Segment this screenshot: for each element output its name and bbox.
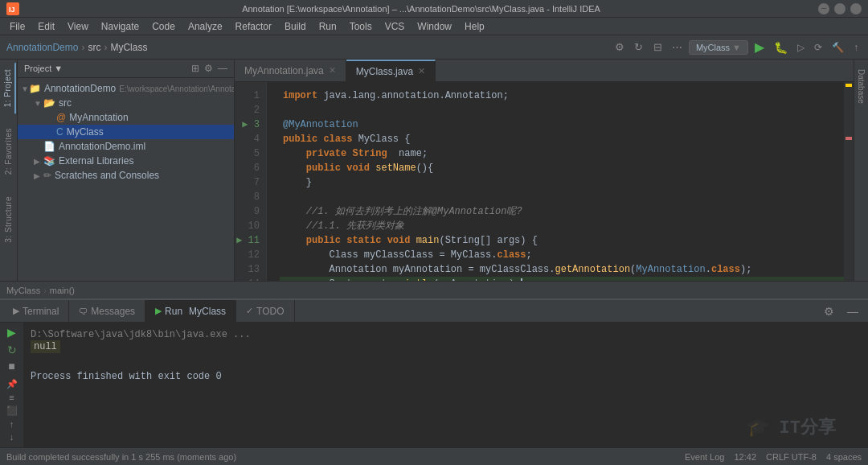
- menu-help[interactable]: Help: [458, 19, 491, 34]
- bottom-tab-run[interactable]: ▶ Run MyClass: [145, 300, 236, 322]
- statusbar: Build completed successfully in 1 s 255 …: [0, 447, 868, 465]
- settings-icon[interactable]: ⚙: [612, 39, 628, 56]
- run-rerun-button[interactable]: ↻: [7, 344, 17, 356]
- project-sync-icon[interactable]: ⊞: [191, 63, 199, 74]
- menubar: File Edit View Navigate Code Analyze Ref…: [0, 18, 868, 35]
- right-panel-tabs: Database: [854, 60, 868, 281]
- run-label: Run: [165, 306, 182, 317]
- run-filter-icon[interactable]: ≡: [9, 393, 14, 402]
- run-pin-button[interactable]: 📌: [6, 379, 18, 389]
- run-button[interactable]: ▶: [751, 38, 768, 56]
- run-result-box: null: [31, 340, 60, 353]
- run-config-selector[interactable]: MyClass ▼: [689, 40, 748, 55]
- menu-view[interactable]: View: [61, 19, 95, 34]
- line-numbers: 1 2 ▶ 3 4 5 6 7 8 9 10 ▶ 11 12 13 14 15 …: [235, 82, 267, 281]
- tab-myannotation-close[interactable]: ✕: [329, 65, 336, 76]
- breadcrumb-sep: ›: [43, 286, 47, 295]
- terminal-label: Terminal: [23, 306, 59, 317]
- toolbar: AnnotationDemo › src › MyClass ⚙ ↻ ⊟ ⋯ M…: [0, 35, 868, 60]
- app-icon: IJ: [6, 2, 19, 15]
- build-button[interactable]: 🔨: [829, 40, 847, 55]
- tree-item-ext-lib[interactable]: ▶ 📚 External Libraries: [18, 154, 234, 168]
- breadcrumb-myclass[interactable]: MyClass: [6, 286, 40, 295]
- tree-item-src[interactable]: ▼ 📂 src: [18, 96, 234, 110]
- bottom-tab-todo[interactable]: ✓ TODO: [236, 300, 294, 322]
- code-editor: 1 2 ▶ 3 4 5 6 7 8 9 10 ▶ 11 12 13 14 15 …: [235, 82, 854, 281]
- run-stop-button[interactable]: ■: [8, 360, 14, 372]
- close-button[interactable]: [850, 3, 862, 14]
- gutter-error-mark: [845, 137, 852, 140]
- run-up-icon[interactable]: ↑: [10, 419, 14, 429]
- tab-myclass-label: MyClass.java: [356, 66, 413, 77]
- sidebar-item-project[interactable]: 1: Project: [1, 63, 16, 113]
- messages-icon: 🗨: [79, 307, 88, 316]
- bottom-settings-icon[interactable]: ⚙: [817, 302, 841, 321]
- toolbar-actions: ⚙ ↻ ⊟ ⋯ MyClass ▼ ▶ 🐛 ▷ ⟳ 🔨 ↑: [612, 38, 862, 56]
- tree-item-iml[interactable]: 📄 AnnotationDemo.iml: [18, 139, 234, 154]
- run-wrap-icon[interactable]: ⬛: [6, 405, 18, 416]
- minimize-button[interactable]: ─: [818, 3, 829, 14]
- status-indent[interactable]: 4 spaces: [826, 452, 862, 462]
- bottom-tab-terminal[interactable]: ▶ Terminal: [3, 300, 69, 322]
- tree-item-myannotation[interactable]: @ MyAnnotation: [18, 110, 234, 125]
- messages-label: Messages: [91, 306, 135, 317]
- tree-item-myclass[interactable]: C MyClass: [18, 125, 234, 139]
- run-play-button[interactable]: ▶: [7, 326, 16, 339]
- menu-edit[interactable]: Edit: [31, 19, 61, 34]
- bottom-content: ▶ ↻ ■ 📌 ≡ ⬛ ↑ ↓ D:\Software\java\jdk8\bi…: [0, 323, 868, 447]
- options-icon[interactable]: ⋯: [669, 39, 686, 56]
- right-tab-database[interactable]: Database: [854, 63, 868, 110]
- run-config-arrow: ▼: [732, 43, 741, 52]
- status-encoding[interactable]: CRLF UTF-8: [766, 452, 817, 462]
- menu-run[interactable]: Run: [313, 19, 343, 34]
- tab-myannotation[interactable]: MyAnnotation.java ✕: [235, 60, 346, 81]
- event-log-button[interactable]: Event Log: [685, 452, 725, 462]
- menu-code[interactable]: Code: [145, 19, 182, 34]
- run-config-label: MyClass: [696, 43, 730, 52]
- statusbar-left: Build completed successfully in 1 s 255 …: [6, 452, 675, 462]
- menu-navigate[interactable]: Navigate: [95, 19, 145, 34]
- collapse-icon[interactable]: ⊟: [650, 39, 666, 56]
- tab-myclass[interactable]: MyClass.java ✕: [346, 60, 436, 81]
- tab-myannotation-label: MyAnnotation.java: [244, 65, 324, 76]
- menu-window[interactable]: Window: [411, 19, 458, 34]
- maximize-button[interactable]: [834, 3, 845, 14]
- project-settings-icon[interactable]: ⚙: [204, 63, 213, 74]
- project-panel-header: Project ▼ ⊞ ⚙ —: [18, 60, 234, 78]
- breadcrumb-class[interactable]: MyClass: [110, 42, 147, 53]
- run-tab-icon: ▶: [155, 306, 162, 316]
- menu-vcs[interactable]: VCS: [379, 19, 411, 34]
- tree-item-root[interactable]: ▼ 📁 AnnotationDemo E:\workspace\Annotati…: [18, 81, 234, 96]
- status-time: 12:42: [734, 452, 756, 462]
- watermark: 🎓 IT分享: [747, 415, 836, 439]
- coverage-button[interactable]: ▷: [794, 40, 808, 55]
- tab-myclass-close[interactable]: ✕: [418, 66, 425, 76]
- window-controls[interactable]: ─: [818, 3, 862, 14]
- breadcrumb-main[interactable]: main(): [50, 286, 75, 295]
- project-tree: ▼ 📁 AnnotationDemo E:\workspace\Annotati…: [18, 78, 234, 281]
- run-down-icon[interactable]: ↓: [10, 432, 14, 442]
- run-left-toolbar: ▶ ↻ ■ 📌 ≡ ⬛ ↑ ↓: [0, 323, 24, 447]
- breadcrumb-project[interactable]: AnnotationDemo: [6, 42, 78, 53]
- titlebar: IJ Annotation [E:\workspace\Annotation] …: [0, 0, 868, 18]
- bottom-tab-messages[interactable]: 🗨 Messages: [69, 300, 145, 322]
- sync-icon[interactable]: ↻: [631, 39, 647, 56]
- debug-button[interactable]: 🐛: [771, 39, 791, 56]
- sidebar-item-structure[interactable]: 3: Structure: [2, 190, 15, 249]
- menu-refactor[interactable]: Refactor: [229, 19, 278, 34]
- menu-file[interactable]: File: [3, 19, 31, 34]
- code-content[interactable]: import java.lang.annotation.Annotation; …: [267, 82, 844, 281]
- breadcrumb-src[interactable]: src: [88, 42, 100, 53]
- run-finish-message: Process finished with exit code 0: [31, 371, 862, 382]
- menu-tools[interactable]: Tools: [343, 19, 379, 34]
- bottom-close-icon[interactable]: —: [841, 302, 865, 321]
- profiler-button[interactable]: ⟳: [811, 40, 825, 55]
- tree-item-scratches[interactable]: ▶ ✏ Scratches and Consoles: [18, 168, 234, 183]
- project-close-icon[interactable]: —: [218, 63, 227, 74]
- run-command: D:\Software\java\jdk8\bin\java.exe ...: [31, 329, 251, 340]
- update-button[interactable]: ↑: [850, 40, 862, 55]
- sidebar-item-favorites[interactable]: 2: Favorites: [2, 121, 15, 181]
- editor-tabs: MyAnnotation.java ✕ MyClass.java ✕: [235, 60, 854, 82]
- menu-build[interactable]: Build: [278, 19, 313, 34]
- menu-analyze[interactable]: Analyze: [182, 19, 229, 34]
